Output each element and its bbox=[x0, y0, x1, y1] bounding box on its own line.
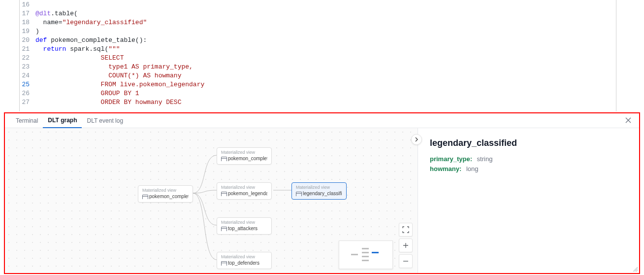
line-number: 24 bbox=[0, 71, 35, 80]
schema-field-type: string bbox=[477, 155, 493, 163]
code-content: name="legendary_classified" bbox=[35, 18, 147, 27]
code-line[interactable]: 24 COUNT(*) AS howmany bbox=[0, 71, 644, 80]
node-title: pokemon_complet... bbox=[228, 156, 267, 161]
code-content: type1 AS primary_type, bbox=[35, 63, 193, 71]
line-number: 27 bbox=[0, 98, 35, 107]
node-type-label: Materialized view bbox=[296, 185, 342, 190]
collapse-details-button[interactable] bbox=[411, 134, 422, 145]
zoom-in-button[interactable] bbox=[399, 239, 413, 252]
schema-field-type: long bbox=[466, 165, 479, 172]
graph-node-pokemon-complet[interactable]: Materialized view pokemon_complet... bbox=[217, 147, 272, 165]
graph-node-top-defenders[interactable]: Materialized view top_defenders bbox=[217, 252, 272, 269]
line-number: 16 bbox=[0, 0, 35, 9]
code-content: def pokemon_complete_table(): bbox=[35, 36, 147, 45]
panel-tabs: Terminal DLT graph DLT event log bbox=[5, 113, 639, 128]
code-content: ) bbox=[35, 27, 39, 36]
code-line[interactable]: 27 ORDER BY howmany DESC bbox=[0, 98, 644, 107]
panel-body: Materialized view pokemon_complete Mater… bbox=[5, 128, 639, 273]
line-number: 23 bbox=[0, 63, 35, 71]
right-margin bbox=[616, 0, 616, 111]
graph-node-legendary-classified[interactable]: Materialized view legendary_classified bbox=[291, 182, 347, 200]
node-title: pokemon_complete bbox=[149, 194, 189, 199]
minimap-content bbox=[351, 246, 381, 263]
node-type-label: Materialized view bbox=[221, 150, 267, 155]
line-number: 18 bbox=[0, 18, 35, 27]
details-pane: legendary_classified primary_type: strin… bbox=[418, 128, 639, 273]
code-line[interactable]: 20def pokemon_complete_table(): bbox=[0, 36, 644, 45]
code-line[interactable]: 25 FROM live.pokemon_legendary bbox=[0, 80, 644, 89]
code-editor[interactable]: 1617@dlt.table(18 name="legendary_classi… bbox=[0, 0, 644, 111]
code-content: @dlt.table( bbox=[35, 9, 78, 18]
code-line[interactable]: 19) bbox=[0, 27, 644, 36]
node-title: top_defenders bbox=[228, 260, 259, 266]
zoom-out-button[interactable] bbox=[399, 254, 413, 268]
code-content: GROUP BY 1 bbox=[35, 89, 139, 98]
code-line[interactable]: 23 type1 AS primary_type, bbox=[0, 63, 644, 71]
schema-row: howmany: long bbox=[430, 164, 627, 174]
table-icon bbox=[221, 261, 226, 265]
node-title: legendary_classified bbox=[303, 191, 342, 196]
node-type-label: Materialized view bbox=[221, 254, 267, 259]
schema-field-name: howmany: bbox=[430, 165, 461, 172]
graph-node-top-attackers[interactable]: Materialized view top_attackers bbox=[217, 217, 272, 235]
code-line[interactable]: 22 SELECT bbox=[0, 54, 644, 63]
resize-handle-icon[interactable] bbox=[632, 266, 638, 272]
line-number: 20 bbox=[0, 36, 35, 45]
code-content: FROM live.pokemon_legendary bbox=[35, 80, 204, 89]
line-number: 26 bbox=[0, 89, 35, 98]
tab-dlt-event-log[interactable]: DLT event log bbox=[82, 113, 128, 128]
minimap[interactable] bbox=[339, 241, 393, 269]
gutter-border bbox=[19, 0, 20, 111]
table-icon bbox=[221, 157, 226, 161]
line-number: 22 bbox=[0, 54, 35, 63]
tab-terminal[interactable]: Terminal bbox=[11, 113, 43, 128]
line-number: 17 bbox=[0, 9, 35, 18]
table-icon bbox=[142, 195, 147, 199]
code-line[interactable]: 16 bbox=[0, 0, 644, 9]
graph-node-pokemon-legendary[interactable]: Materialized view pokemon_legendary bbox=[217, 182, 272, 200]
schema-row: primary_type: string bbox=[430, 154, 627, 164]
line-number: 25 bbox=[0, 80, 35, 89]
node-title: pokemon_legendary bbox=[228, 191, 267, 196]
code-line[interactable]: 18 name="legendary_classified" bbox=[0, 18, 644, 27]
code-content: return spark.sql(""" bbox=[35, 45, 120, 54]
graph-node-pokemon-complete[interactable]: Materialized view pokemon_complete bbox=[138, 185, 193, 203]
bottom-panel: Terminal DLT graph DLT event log Materia… bbox=[4, 112, 640, 274]
code-content: SELECT bbox=[35, 54, 124, 63]
code-line[interactable]: 26 GROUP BY 1 bbox=[0, 89, 644, 98]
details-title: legendary_classified bbox=[430, 138, 627, 148]
tab-dlt-graph[interactable]: DLT graph bbox=[43, 113, 82, 128]
code-line[interactable]: 17@dlt.table( bbox=[0, 9, 644, 18]
schema-field-name: primary_type: bbox=[430, 155, 472, 163]
fullscreen-button[interactable] bbox=[399, 223, 413, 237]
table-icon bbox=[296, 192, 301, 196]
line-number: 21 bbox=[0, 45, 35, 54]
code-content: ORDER BY howmany DESC bbox=[35, 98, 181, 107]
close-icon[interactable] bbox=[624, 116, 633, 125]
node-type-label: Materialized view bbox=[221, 185, 267, 190]
table-icon bbox=[221, 192, 226, 196]
node-type-label: Materialized view bbox=[142, 188, 189, 193]
dlt-graph-canvas[interactable]: Materialized view pokemon_complete Mater… bbox=[5, 128, 418, 273]
line-number: 19 bbox=[0, 27, 35, 36]
code-content: COUNT(*) AS howmany bbox=[35, 71, 181, 80]
code-line[interactable]: 21 return spark.sql(""" bbox=[0, 45, 644, 54]
table-icon bbox=[221, 227, 226, 231]
node-title: top_attackers bbox=[228, 226, 258, 231]
node-type-label: Materialized view bbox=[221, 220, 267, 225]
